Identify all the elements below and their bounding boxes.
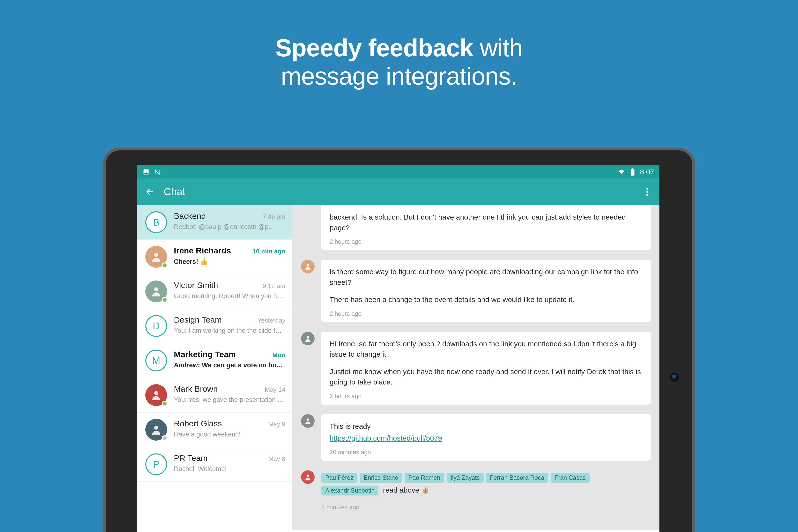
message-timestamp: 2 hours ago <box>329 393 643 400</box>
hero-rest1: with <box>473 34 523 62</box>
conversation-item[interactable]: PPR TeamMay 8Rachel: Welcome! <box>137 447 292 482</box>
conversation-time: May 14 <box>265 386 285 394</box>
mention-tag[interactable]: Ferran Basora Roca <box>486 473 548 483</box>
tablet-bezel: 8:07 Chat BBackend7:46 pmRedbot: @pau.p … <box>106 150 692 532</box>
conversation-preview: Cheers! 👍 <box>174 258 285 266</box>
conversation-time: Mon <box>272 352 285 359</box>
message-bubble: backend. Is a solution. But I don't have… <box>321 205 651 250</box>
message-thread: backend. Is a solution. But I don't have… <box>292 205 660 532</box>
message-text: Is there some way to figure out how many… <box>329 266 643 287</box>
message-timestamp: 2 hours ago <box>329 238 643 245</box>
conversation-time: May 8 <box>268 455 285 462</box>
conversation-item[interactable]: MMarketing TeamMonAndrew: We can get a v… <box>137 343 292 378</box>
conversation-name: Robert Glass <box>174 419 222 428</box>
app-title: Chat <box>164 186 185 197</box>
back-button[interactable] <box>144 187 155 197</box>
conversation-item[interactable]: Victor Smith9:12 amGood morning, Robert!… <box>137 274 292 309</box>
conversation-preview: You: I am working on the the slide f… <box>174 327 285 335</box>
message-text: This is ready <box>329 421 643 432</box>
mention-tag[interactable]: Pao Ramen <box>404 473 444 483</box>
conversation-name: Backend <box>174 211 206 221</box>
conversation-preview: Good morning, Robert! When you h… <box>174 292 285 300</box>
message-avatar <box>301 260 315 273</box>
conversation-name: Marketing Team <box>174 350 236 359</box>
conversation-list: BBackend7:46 pmRedbot: @pau.p @enricostn… <box>137 205 292 532</box>
conversation-preview: Rachel: Welcome! <box>174 465 285 473</box>
mention-tag[interactable]: Fran Casas <box>551 473 590 483</box>
hero-line2: message integrations. <box>0 62 798 91</box>
conversation-name: PR Team <box>174 453 208 463</box>
message-bubble: Is there some way to figure out how many… <box>321 260 651 322</box>
conversation-preview: You: Yes, we gave the presentation t… <box>174 396 285 404</box>
composer-bar <box>292 530 660 532</box>
conversation-time: 7:46 pm <box>263 213 285 221</box>
overflow-menu-button[interactable] <box>643 187 652 196</box>
avatar: P <box>145 453 167 475</box>
svg-point-5 <box>307 336 309 339</box>
conversation-time: 9:12 am <box>263 282 285 290</box>
mention-tag[interactable]: Pau Pérez <box>321 473 357 483</box>
message-avatar <box>301 470 315 484</box>
conversation-item[interactable]: BBackend7:46 pmRedbot: @pau.p @enricostn… <box>137 205 292 240</box>
message-row: Is there some way to figure out how many… <box>301 260 651 322</box>
message-bubble: Pau PérezEnrico StanoPao RamenIlyá Zayat… <box>321 470 651 516</box>
message-text: There has been a change to the event det… <box>329 294 643 305</box>
picture-icon <box>142 168 150 175</box>
message-row: backend. Is a solution. But I don't have… <box>301 215 651 250</box>
hero-bold: Speedy feedback <box>275 34 473 62</box>
tagline-suffix: read above ✌🏼 <box>381 486 430 494</box>
message-timestamp: 20 minutes ago <box>329 449 643 456</box>
avatar: B <box>145 211 167 233</box>
hero-headline: Speedy feedback with message integration… <box>0 0 798 91</box>
svg-point-2 <box>154 391 158 395</box>
message-text: backend. Is a solution. But I don't have… <box>329 212 643 233</box>
message-text: Hi Irene, so far there's only been 2 dow… <box>329 339 643 360</box>
conversation-item[interactable]: Mark BrownMay 14You: Yes, we gave the pr… <box>137 378 292 413</box>
tablet-camera <box>671 374 677 380</box>
svg-point-3 <box>154 425 158 430</box>
conversation-item[interactable]: Irene Richards10 min agoCheers! 👍 <box>137 240 292 274</box>
conversation-item[interactable]: Robert GlassMay 9Have a good weekend! <box>137 413 292 447</box>
presence-indicator <box>162 401 168 406</box>
avatar: D <box>145 315 167 337</box>
svg-point-7 <box>307 474 309 477</box>
wifi-icon <box>618 168 625 175</box>
presence-indicator <box>162 435 168 441</box>
conversation-preview: Redbot: @pau.p @enricostn @p… <box>174 223 285 231</box>
android-status-bar: 8:07 <box>137 166 660 178</box>
conversation-time: Yesterday <box>258 317 285 324</box>
message-bubble: Hi Irene, so far there's only been 2 dow… <box>321 332 651 404</box>
message-row: Pau PérezEnrico StanoPao RamenIlyá Zayat… <box>301 470 651 516</box>
tablet-frame: 8:07 Chat BBackend7:46 pmRedbot: @pau.p … <box>103 148 695 532</box>
svg-point-0 <box>154 253 158 257</box>
conversation-name: Irene Richards <box>174 246 231 255</box>
svg-point-1 <box>154 287 158 291</box>
svg-point-6 <box>307 418 309 421</box>
mention-tag[interactable]: Enrico Stano <box>360 473 402 483</box>
tablet-screen: 8:07 Chat BBackend7:46 pmRedbot: @pau.p … <box>137 166 660 532</box>
presence-indicator <box>162 262 168 268</box>
conversation-name: Design Team <box>174 315 222 324</box>
conversation-name: Victor Smith <box>174 281 218 290</box>
conversation-time: 10 min ago <box>252 248 285 255</box>
mention-tag[interactable]: Ilyá Zayats <box>446 473 483 483</box>
conversation-item[interactable]: DDesign TeamYesterdayYou: I am working o… <box>137 309 292 343</box>
avatar: M <box>145 350 167 372</box>
conversation-preview: Have a good weekend! <box>174 431 285 438</box>
app-bar: Chat <box>137 178 660 205</box>
n-icon <box>154 168 161 175</box>
conversation-name: Mark Brown <box>174 384 217 394</box>
conversation-time: May 9 <box>268 420 285 428</box>
message-timestamp: 2 hours ago <box>329 310 643 317</box>
mention-tag[interactable]: Alexandr Subbotin <box>321 486 378 495</box>
message-row: This is readyhttps://github.com/hosted/p… <box>301 414 651 461</box>
message-avatar <box>301 332 315 345</box>
message-link[interactable]: https://github.com/hosted/pull/5079 <box>329 434 442 442</box>
conversation-preview: Andrew: We can get a vote on how… <box>174 362 285 369</box>
status-time: 8:07 <box>640 168 654 176</box>
svg-point-4 <box>307 264 309 266</box>
message-timestamp: 2 minutes ago <box>321 504 651 511</box>
message-bubble: This is readyhttps://github.com/hosted/p… <box>321 414 651 461</box>
message-avatar <box>301 414 315 428</box>
battery-icon <box>629 168 636 175</box>
